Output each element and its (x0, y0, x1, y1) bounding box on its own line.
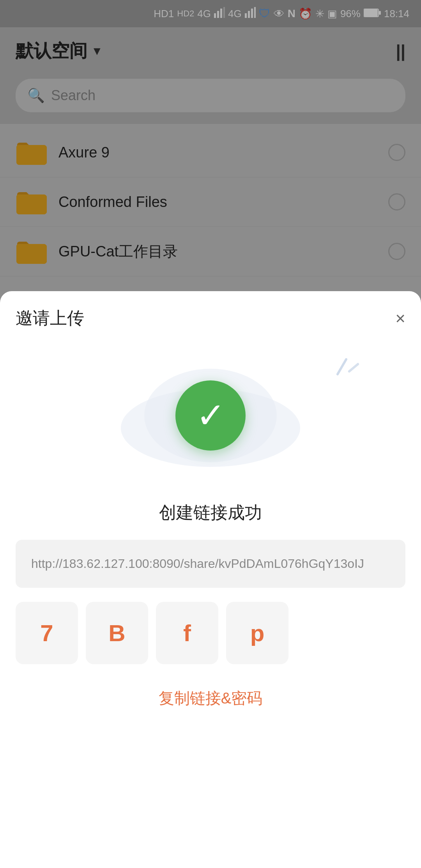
sheet-title: 邀请上传 (16, 307, 84, 330)
close-button[interactable]: × (395, 310, 405, 327)
success-title: 创建链接成功 (16, 501, 405, 524)
share-btn-7[interactable]: 7 (16, 602, 78, 664)
checkmark-icon: ✓ (196, 398, 225, 433)
share-btn-f[interactable]: f (156, 602, 218, 664)
sparkle-line-1 (336, 358, 348, 376)
copy-btn-container: 复制链接&密码 (16, 688, 405, 709)
share-btn-p[interactable]: p (226, 602, 288, 664)
sparkle-line-2 (348, 362, 360, 373)
success-circle: ✓ (175, 380, 246, 451)
copy-link-button[interactable]: 复制链接&密码 (159, 688, 263, 709)
sheet-header: 邀请上传 × (16, 307, 405, 330)
share-buttons: 7 B f p (16, 602, 405, 664)
url-text: http://183.62.127.100:8090/share/kvPdDAm… (31, 557, 364, 571)
share-btn-B[interactable]: B (86, 602, 148, 664)
success-illustration: ✓ (16, 353, 405, 478)
url-box: http://183.62.127.100:8090/share/kvPdDAm… (16, 540, 405, 588)
bottom-sheet: 邀请上传 × ✓ 创建链接成功 http://183.62.127.100:80… (0, 291, 421, 868)
